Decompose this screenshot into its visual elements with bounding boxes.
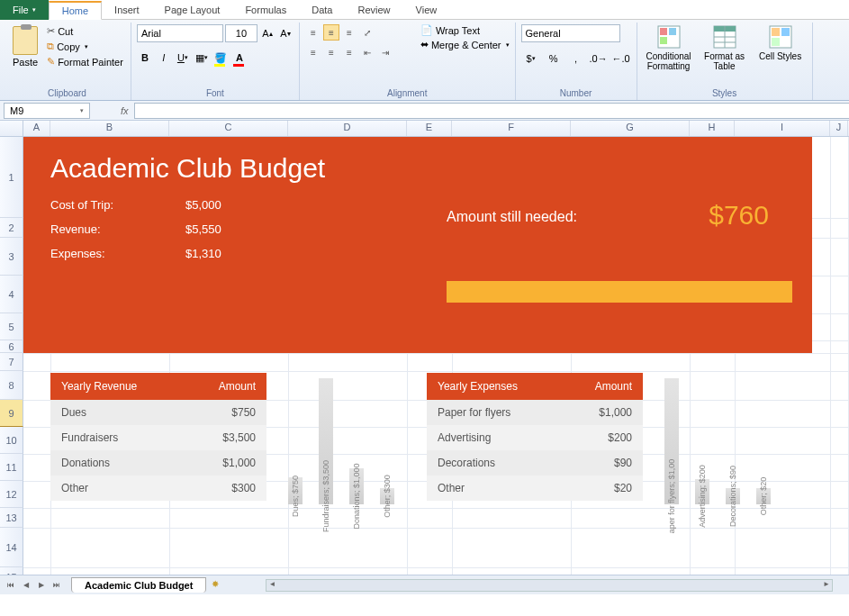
comma-format-button[interactable]: , bbox=[566, 50, 586, 68]
orientation-button[interactable]: ⤢ bbox=[359, 24, 375, 41]
col-header-G[interactable]: G bbox=[571, 121, 690, 136]
row-header-6[interactable]: 6 bbox=[0, 340, 23, 353]
table-row[interactable]: Fundraisers$3,500 bbox=[50, 425, 266, 450]
decrease-indent-button[interactable]: ⇤ bbox=[359, 44, 375, 60]
sheet-tab[interactable]: Academic Club Budget bbox=[71, 577, 206, 593]
row-header-5[interactable]: 5 bbox=[0, 313, 23, 340]
border-button[interactable]: ▦▾ bbox=[194, 50, 210, 66]
bar-label: Fundraisers; $3,500 bbox=[321, 460, 330, 532]
last-sheet-button[interactable]: ⏭ bbox=[50, 578, 64, 593]
row-header-12[interactable]: 12 bbox=[0, 481, 23, 508]
row-value: $300 bbox=[202, 482, 256, 494]
col-header-H[interactable]: H bbox=[690, 121, 735, 136]
new-sheet-button[interactable]: ✸ bbox=[212, 579, 230, 592]
cells-area[interactable]: Academic Club Budget Cost of Trip:$5,000… bbox=[23, 137, 849, 353]
format-as-table-button[interactable]: Format as Table bbox=[699, 24, 751, 71]
col-header-E[interactable]: E bbox=[407, 121, 452, 136]
align-middle-button[interactable]: ≡ bbox=[323, 24, 339, 41]
underline-button[interactable]: U▾ bbox=[175, 50, 191, 66]
copy-button[interactable]: ⧉Copy▾ bbox=[45, 40, 125, 53]
shrink-font-button[interactable]: A▾ bbox=[277, 25, 294, 41]
row-header-10[interactable]: 10 bbox=[0, 427, 23, 454]
file-tab[interactable]: File bbox=[0, 0, 49, 20]
col-header-I[interactable]: I bbox=[735, 121, 830, 136]
row-header-14[interactable]: 14 bbox=[0, 528, 23, 567]
horizontal-scrollbar[interactable] bbox=[266, 579, 833, 592]
formula-input[interactable] bbox=[134, 103, 849, 119]
select-all-corner[interactable] bbox=[0, 121, 23, 136]
align-top-button[interactable]: ≡ bbox=[305, 24, 321, 41]
cell-styles-button[interactable]: Cell Styles bbox=[754, 24, 807, 61]
name-box[interactable]: M9 bbox=[4, 103, 90, 119]
number-format-select[interactable] bbox=[521, 24, 620, 42]
font-name-select[interactable] bbox=[137, 24, 223, 42]
row-header-2[interactable]: 2 bbox=[0, 218, 23, 238]
font-size-select[interactable] bbox=[225, 24, 257, 42]
row-headers: 123456789101112131415 bbox=[0, 137, 23, 587]
wrap-text-button[interactable]: 📄Wrap Text bbox=[420, 24, 510, 36]
merge-center-button[interactable]: ⬌Merge & Center▾ bbox=[420, 39, 510, 50]
table-row[interactable]: Other$20 bbox=[427, 476, 643, 501]
amount-needed-value: $760 bbox=[709, 200, 769, 231]
tables-row: Yearly RevenueAmount Dues$750Fundraisers… bbox=[23, 373, 830, 508]
revenue-table: Yearly RevenueAmount Dues$750Fundraisers… bbox=[50, 373, 266, 508]
row-header-13[interactable]: 13 bbox=[0, 508, 23, 528]
tab-page-layout[interactable]: Page Layout bbox=[152, 2, 233, 18]
fx-icon[interactable]: fx bbox=[121, 105, 129, 116]
decrease-decimal-button[interactable]: ←.0 bbox=[611, 50, 631, 68]
row-label: Donations bbox=[61, 457, 202, 469]
col-header-F[interactable]: F bbox=[452, 121, 571, 136]
prev-sheet-button[interactable]: ◀ bbox=[19, 578, 33, 593]
align-bottom-button[interactable]: ≡ bbox=[341, 24, 357, 41]
tab-view[interactable]: View bbox=[403, 2, 450, 18]
tab-review[interactable]: Review bbox=[345, 2, 402, 18]
tab-data[interactable]: Data bbox=[299, 2, 345, 18]
row-header-11[interactable]: 11 bbox=[0, 454, 23, 481]
first-sheet-button[interactable]: ⏮ bbox=[4, 578, 18, 593]
grow-font-button[interactable]: A▴ bbox=[259, 25, 275, 41]
expenses-table: Yearly ExpensesAmount Paper for flyers$1… bbox=[427, 373, 643, 508]
row-header-9[interactable]: 9 bbox=[0, 400, 23, 427]
tab-formulas[interactable]: Formulas bbox=[232, 2, 299, 18]
cut-button[interactable]: ✂Cut bbox=[45, 24, 125, 38]
conditional-formatting-button[interactable]: Conditional Formatting bbox=[643, 24, 695, 71]
paste-button[interactable]: Paste bbox=[9, 24, 41, 69]
tab-insert[interactable]: Insert bbox=[102, 2, 152, 18]
font-color-button[interactable]: A bbox=[231, 50, 248, 66]
increase-decimal-button[interactable]: .0→ bbox=[589, 50, 609, 68]
row-header-3[interactable]: 3 bbox=[0, 238, 23, 276]
row-header-7[interactable]: 7 bbox=[0, 353, 23, 371]
chart-bar: Donations; $1,000 bbox=[349, 468, 364, 504]
row-value: $1,000 bbox=[202, 457, 256, 469]
fill-color-button[interactable]: 🪣 bbox=[212, 50, 229, 66]
col-header-J[interactable]: J bbox=[830, 121, 848, 136]
table-row[interactable]: Dues$750 bbox=[50, 400, 266, 425]
accounting-format-button[interactable]: $▾ bbox=[521, 50, 541, 68]
wrap-icon: 📄 bbox=[420, 24, 433, 36]
row-header-4[interactable]: 4 bbox=[0, 276, 23, 313]
paste-icon bbox=[13, 26, 38, 55]
percent-format-button[interactable]: % bbox=[544, 50, 564, 68]
cell-styles-icon bbox=[768, 24, 793, 50]
align-right-button[interactable]: ≡ bbox=[341, 44, 357, 60]
align-left-button[interactable]: ≡ bbox=[305, 44, 321, 60]
col-header-A[interactable]: A bbox=[23, 121, 50, 136]
row-header-8[interactable]: 8 bbox=[0, 371, 23, 400]
table-row[interactable]: Decorations$90 bbox=[427, 450, 643, 476]
next-sheet-button[interactable]: ▶ bbox=[34, 578, 49, 593]
col-header-C[interactable]: C bbox=[169, 121, 288, 136]
tab-home[interactable]: Home bbox=[49, 1, 102, 20]
format-painter-button[interactable]: ✎Format Painter bbox=[45, 55, 125, 68]
table-row[interactable]: Donations$1,000 bbox=[50, 450, 266, 476]
increase-indent-button[interactable]: ⇥ bbox=[377, 44, 393, 60]
table-row[interactable]: Other$300 bbox=[50, 476, 266, 501]
cost-label: Cost of Trip: bbox=[50, 198, 185, 212]
col-header-B[interactable]: B bbox=[50, 121, 169, 136]
bold-button[interactable]: B bbox=[137, 50, 153, 66]
row-header-1[interactable]: 1 bbox=[0, 137, 23, 218]
table-row[interactable]: Paper for flyers$1,000 bbox=[427, 400, 643, 425]
italic-button[interactable]: I bbox=[156, 50, 172, 66]
table-row[interactable]: Advertising$200 bbox=[427, 425, 643, 450]
align-center-button[interactable]: ≡ bbox=[323, 44, 339, 60]
col-header-D[interactable]: D bbox=[288, 121, 407, 136]
